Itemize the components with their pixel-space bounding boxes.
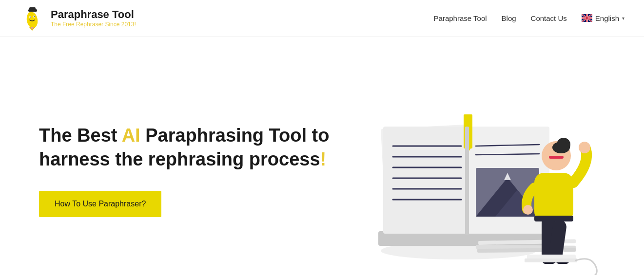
logo-icon [20,5,45,31]
svg-rect-40 [534,216,573,221]
hero-heading: The Best AI Paraphrasing Tool to harness… [39,124,332,172]
flag-icon [582,14,592,22]
svg-point-43 [552,142,570,153]
hero-text: The Best AI Paraphrasing Tool to harness… [39,114,332,218]
logo-subtitle: The Free Rephraser Since 2013! [51,21,136,28]
svg-rect-2 [29,7,36,11]
chevron-down-icon: ▾ [622,16,624,21]
svg-rect-39 [534,173,573,221]
heading-ai: AI [122,125,140,146]
svg-point-46 [523,205,533,215]
main-nav: Paraphrase Tool Blog Contact Us English … [434,14,624,22]
svg-point-6 [34,16,35,17]
hero-section: The Best AI Paraphrasing Tool to harness… [0,37,644,276]
cta-button[interactable]: How To Use Paraphraser? [39,191,161,217]
svg-point-45 [579,142,590,153]
svg-rect-50 [525,258,577,262]
svg-rect-15 [383,127,468,234]
site-header: Paraphrase Tool The Free Rephraser Since… [0,0,644,37]
svg-point-0 [25,11,39,29]
svg-point-4 [30,17,31,18]
heading-prefix: The Best [39,125,122,146]
hero-illustration [332,56,624,275]
svg-rect-44 [549,156,564,159]
logo-area[interactable]: Paraphrase Tool The Free Rephraser Since… [20,5,136,31]
nav-blog[interactable]: Blog [502,14,516,22]
illustration-svg [351,66,605,275]
language-label: English [595,14,619,22]
svg-rect-31 [465,127,469,235]
heading-exclamation: ! [320,149,327,169]
nav-contact-us[interactable]: Contact Us [531,14,567,22]
nav-paraphrase-tool[interactable]: Paraphrase Tool [434,14,487,22]
logo-text-block: Paraphrase Tool The Free Rephraser Since… [51,8,136,28]
language-selector[interactable]: English ▾ [582,14,624,22]
logo-title: Paraphrase Tool [51,8,136,21]
